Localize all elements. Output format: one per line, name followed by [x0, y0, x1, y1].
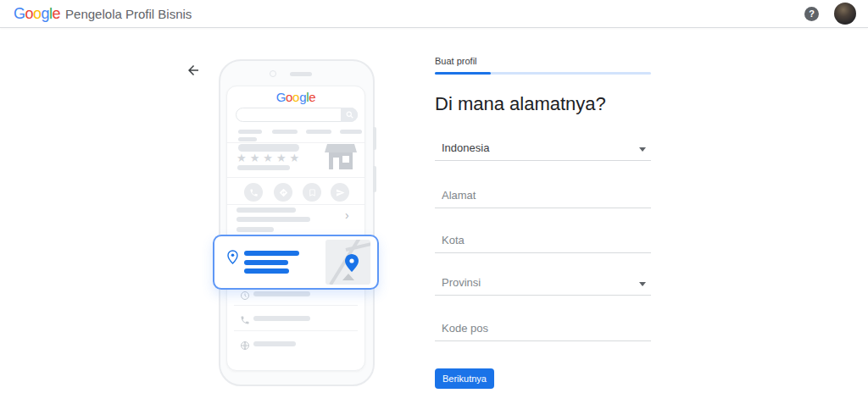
text-placeholder [236, 227, 274, 232]
divider [227, 204, 364, 205]
phone-illustration: Google ★★★★★ [219, 59, 375, 386]
product-name: Pengelola Profil Bisnis [65, 7, 192, 21]
phone-placeholder [253, 316, 310, 321]
city-input[interactable] [435, 233, 651, 253]
address-line-placeholder [244, 251, 299, 256]
rating-stars: ★★★★★ [236, 152, 303, 164]
search-bar-mock [236, 108, 358, 122]
website-placeholder [253, 341, 296, 346]
country-select[interactable]: Indonesia [435, 141, 651, 161]
chevron-down-icon [639, 282, 646, 286]
divider [234, 330, 358, 331]
bookmark-icon [303, 183, 321, 202]
search-icon [341, 108, 358, 122]
tab-bar-placeholder [306, 130, 331, 134]
top-header: Google Pengelola Profil Bisnis ? [0, 0, 868, 28]
tab-bar-placeholder [272, 130, 298, 134]
back-button[interactable] [186, 63, 203, 80]
share-icon [331, 183, 349, 202]
call-icon [244, 183, 263, 202]
next-button[interactable]: Berikutnya [435, 368, 494, 389]
globe-icon [240, 339, 250, 354]
address-input[interactable] [435, 188, 651, 208]
hours-placeholder [253, 291, 310, 296]
step-label: Buat profil [435, 56, 477, 66]
page-title: Di mana alamatnya? [435, 93, 606, 115]
text-placeholder [236, 217, 310, 222]
text-placeholder [236, 208, 296, 213]
business-title-placeholder [238, 144, 299, 152]
province-select[interactable]: Provinsi [435, 275, 651, 296]
directions-icon [274, 183, 292, 202]
progress-bar [435, 72, 651, 75]
chevron-right-icon: › [345, 208, 349, 222]
tab-bar-placeholder [238, 130, 262, 134]
storefront-icon [325, 137, 357, 174]
back-arrow-icon [186, 63, 201, 78]
phone-side-button [373, 127, 376, 150]
header-actions: ? [804, 3, 856, 25]
help-icon[interactable]: ? [804, 7, 819, 21]
phone-speaker-bar [290, 72, 312, 76]
divider [234, 305, 358, 306]
app-window: Google Pengelola Profil Bisnis ? Google [0, 0, 868, 393]
phone-number-icon [240, 313, 250, 329]
phone-camera-dot [270, 70, 276, 77]
country-value: Indonesia [435, 141, 651, 156]
google-logo: Google [14, 5, 60, 23]
divider [227, 177, 364, 178]
address-line-placeholder [244, 260, 288, 265]
address-line-placeholder [244, 268, 289, 274]
address-highlight-card [213, 235, 379, 290]
tab-bar-placeholder [340, 130, 362, 134]
chevron-down-icon [639, 147, 646, 152]
location-pin-icon [226, 250, 239, 268]
phone-side-button [373, 166, 376, 192]
progress-fill [435, 72, 491, 75]
postal-code-input[interactable] [435, 321, 651, 341]
google-logo-small: Google [227, 90, 364, 104]
province-placeholder: Provinsi [435, 275, 651, 291]
tab-bar-placeholder [238, 137, 257, 141]
business-text-placeholder [237, 165, 290, 170]
phone-screen: Google ★★★★★ [226, 86, 365, 371]
clock-icon [240, 289, 250, 304]
map-thumbnail [326, 240, 370, 285]
account-avatar[interactable] [834, 3, 856, 25]
